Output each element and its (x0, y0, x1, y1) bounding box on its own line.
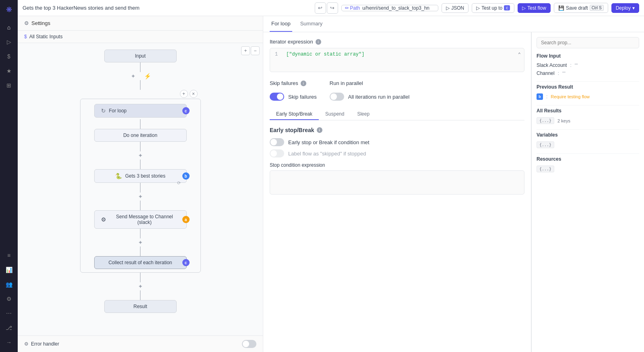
deploy-button[interactable]: Deploy ▾ (611, 3, 639, 13)
resources-title: Resources (537, 156, 639, 162)
sidebar-item-home[interactable]: ⌂ (2, 21, 15, 34)
run-parallel-toggle[interactable] (330, 93, 344, 101)
collect-result-badge: c (182, 259, 190, 266)
test-up-to-button[interactable]: ▷ Test up to c (472, 3, 514, 13)
inner-connector6 (140, 229, 140, 238)
input-node[interactable]: Input (104, 50, 177, 62)
zoom-in-button[interactable]: + (241, 46, 250, 55)
test-flow-button[interactable]: ▷ Test flow (518, 3, 551, 13)
error-handler-label: Error handler (31, 341, 59, 347)
remove-step-button[interactable]: × (190, 90, 198, 98)
sidebar-item-dollar[interactable]: $ (2, 50, 15, 63)
settings-label: Settings (31, 20, 50, 26)
sidebar-item-grid[interactable]: ⊞ (2, 79, 15, 92)
do-one-iteration-node[interactable]: Do one iteration (94, 129, 187, 142)
sidebar-item-more[interactable]: ⋯ (2, 307, 15, 320)
run-parallel-group: Run in parallel All iterations run in pa… (330, 80, 409, 101)
main-wrapper: Gets the top 3 HackerNews stories and se… (18, 0, 644, 352)
add-step-button[interactable]: + (180, 90, 188, 98)
sidebar-item-star[interactable]: ★ (2, 64, 15, 77)
collect-result-node[interactable]: Collect result of each iteration c (94, 256, 187, 269)
iterator-expression-section: Iterator expression i (270, 39, 524, 45)
prop-slack-account: Slack Account : "" (537, 61, 639, 69)
sidebar-item-settings[interactable]: ⚙ (2, 292, 15, 305)
undo-redo-group: ↩ ↪ (315, 2, 338, 14)
undo-button[interactable]: ↩ (315, 2, 326, 14)
result-node[interactable]: Result (104, 300, 177, 313)
inner-add-connector3[interactable]: ✦ (136, 238, 144, 246)
inner-add-connector2[interactable]: ✦ (136, 193, 144, 201)
stop-condition-label: Stop condition expression (270, 162, 524, 168)
logo-icon[interactable]: ❋ (2, 3, 15, 16)
sidebar-item-people[interactable]: 👥 (2, 278, 15, 291)
json-button[interactable]: ▷ JSON (442, 3, 469, 13)
tab-summary[interactable]: Summary (299, 16, 324, 32)
inner-connector2 (140, 142, 140, 151)
all-results-obj: {...} (537, 117, 554, 124)
redo-button[interactable]: ↪ (327, 2, 338, 14)
sidebar-item-collapse[interactable]: → (2, 336, 15, 349)
gets-3-best-node[interactable]: 🐍 Gets 3 best stories b ⟳ (94, 169, 187, 183)
path-input[interactable] (362, 5, 435, 11)
iterator-code-editor[interactable]: 1 ["dynamic or static array"] ⌃ (270, 48, 524, 72)
sidebar-item-layers[interactable]: ≡ (2, 249, 15, 262)
for-loop-wrapper: ↻ For loop c Do one iteration (80, 99, 201, 273)
skip-failures-info-icon[interactable]: i (301, 81, 306, 86)
inner-nodes: Do one iteration ✦ 🐍 Gets 3 best stories… (84, 119, 197, 269)
inner-add-connector[interactable]: ✦ (136, 151, 144, 159)
center-panel: Iterator expression i 1 ["dynamic or sta… (263, 32, 531, 352)
previous-result-title: Previous Result (537, 84, 639, 90)
code-line-1: 1 ["dynamic or static array"] (275, 52, 519, 57)
section-tab-sleep[interactable]: Sleep (351, 109, 376, 120)
flow-panel: ⚙ Settings $ All Static Inputs + − Input (18, 16, 263, 352)
sidebar-item-github[interactable]: ⎇ (2, 321, 15, 334)
early-stop-toggle[interactable] (270, 138, 284, 146)
props-search-input[interactable] (537, 37, 639, 48)
for-loop-badge: c (182, 107, 190, 114)
divider3 (537, 129, 639, 130)
outer-connector2 (140, 290, 140, 300)
settings-icon: ⚙ (24, 20, 29, 26)
refresh-icon[interactable]: ⟳ (177, 180, 181, 186)
sidebar-item-chart[interactable]: 📊 (2, 263, 15, 276)
for-loop-node[interactable]: ↻ For loop c (94, 104, 187, 118)
gear-node-icon: ⚙ (101, 216, 106, 223)
error-handler-icon: ⚙ (24, 341, 29, 347)
dollar-icon: $ (24, 34, 27, 39)
play-icon: ▷ (476, 5, 480, 11)
sidebar-item-flows[interactable]: ▷ (2, 35, 15, 48)
variables-section: Variables {...} (537, 132, 639, 149)
send-message-badge: a (182, 216, 190, 223)
error-handler-bar: ⚙ Error handler (18, 335, 263, 352)
all-results-title: All Results (537, 108, 639, 114)
section-tab-early-stop[interactable]: Early Stop/Break (270, 109, 319, 120)
settings-bar: ⚙ Settings (18, 16, 263, 31)
lightning-connector[interactable]: ⚡ (144, 72, 152, 80)
tab-for-loop[interactable]: For loop (270, 16, 292, 32)
send-message-node[interactable]: ⚙ Send Message to Channel (slack) a (94, 210, 187, 229)
early-stop-info-icon[interactable]: i (317, 127, 322, 133)
skip-failures-toggle[interactable] (270, 93, 284, 101)
iterator-info-icon[interactable]: i (316, 39, 321, 45)
error-handler-toggle[interactable] (242, 340, 256, 348)
add-connector[interactable]: ✦ (129, 72, 137, 80)
zoom-out-button[interactable]: − (251, 46, 260, 55)
stop-condition-input[interactable] (270, 170, 524, 195)
section-tabs: Early Stop/Break Suspend Sleep (270, 109, 524, 120)
loop-icon: ↻ (101, 108, 106, 114)
prop-variables: {...} (537, 140, 639, 149)
content-area: ⚙ Settings $ All Static Inputs + − Input (18, 16, 644, 352)
save-draft-button[interactable]: 💾 Save draft Ctrl S (554, 3, 608, 13)
skip-parallel-section: Skip failures i Skip failures Run in par… (270, 80, 524, 101)
collapse-button[interactable]: ⌃ (518, 52, 521, 58)
flow-title: Gets the top 3 HackerNews stories and se… (23, 5, 312, 11)
inner-connector7 (140, 246, 140, 256)
connector2 (140, 80, 140, 90)
section-tab-suspend[interactable]: Suspend (319, 109, 351, 120)
python-icon: 🐍 (115, 173, 122, 179)
outer-add-connector[interactable]: ✦ (136, 282, 144, 290)
label-skipped-toggle[interactable] (270, 149, 284, 157)
flow-canvas[interactable]: + − Input ✦ ⚡ (18, 43, 263, 335)
resources-obj: {...} (537, 166, 554, 172)
topbar: Gets the top 3 HackerNews stories and se… (18, 0, 644, 16)
